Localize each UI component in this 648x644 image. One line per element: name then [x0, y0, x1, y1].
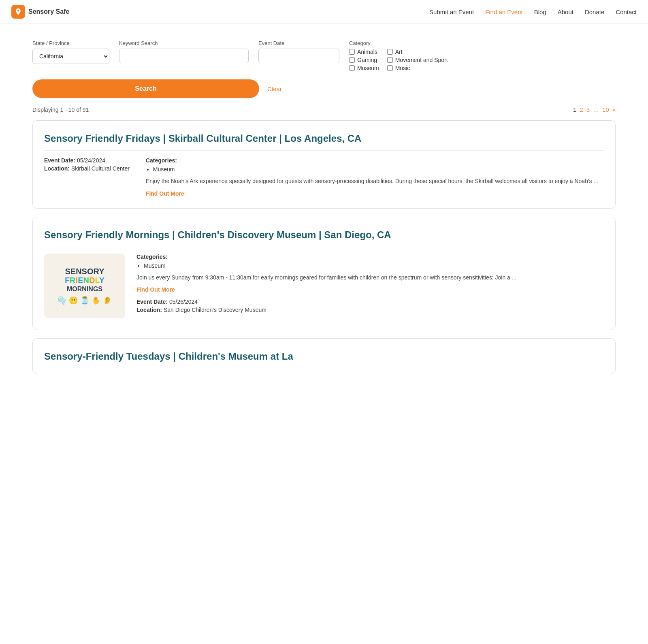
- category-gaming[interactable]: Gaming: [349, 57, 379, 63]
- date-label: Event Date: [258, 40, 339, 46]
- search-button[interactable]: Search: [32, 79, 259, 98]
- event-category-museum-2: Museum: [144, 262, 604, 269]
- category-art[interactable]: Art: [387, 49, 448, 55]
- event-description-2: Join us every Sunday from 9:30am - 11:30…: [136, 273, 604, 282]
- event-image-2: SENSORY FRIENDLY MORNINGS 🫧 😶 🫙 ✋ 👂: [44, 254, 125, 318]
- keyword-filter-group: Keyword Search: [119, 40, 249, 63]
- logo-icon: [11, 5, 25, 19]
- event-card-1: Sensory Friendly Fridays | Skirball Cult…: [32, 120, 616, 209]
- event-title-3: Sensory-Friendly Tuesdays | Children's M…: [44, 350, 604, 363]
- date-input[interactable]: [258, 49, 339, 63]
- event-meta-right-1: Categories: Museum Enjoy the Noah's Ark …: [146, 157, 604, 196]
- nav-links: Submit an Event Find an Event Blog About…: [429, 9, 637, 15]
- pagination: 1 2 3 … 10 »: [573, 106, 616, 113]
- event-title-1: Sensory Friendly Fridays | Skirball Cult…: [44, 132, 604, 151]
- image-title2-2: FRIENDLY: [58, 276, 112, 285]
- event-date-1: Event Date: 05/24/2024: [44, 157, 130, 164]
- find-out-more-1[interactable]: Find Out More: [146, 190, 184, 197]
- event-card-2: Sensory Friendly Mornings | Children's D…: [32, 217, 616, 330]
- checkbox-gaming[interactable]: [349, 57, 355, 63]
- search-row: Search Clear: [32, 79, 616, 98]
- description-more-link-2[interactable]: ...: [512, 274, 517, 281]
- category-music[interactable]: Music: [387, 65, 448, 71]
- logo-text: Sensory Safe: [28, 8, 69, 15]
- category-filter-group: Category Animals Art Gaming Movement and…: [349, 40, 448, 71]
- event-categories-label-1: Categories:: [146, 157, 604, 164]
- keyword-label: Keyword Search: [119, 40, 249, 46]
- nav-blog[interactable]: Blog: [534, 9, 546, 15]
- event-meta-left-1: Event Date: 05/24/2024 Location: Skirbal…: [44, 157, 130, 196]
- category-movement[interactable]: Movement and Sport: [387, 57, 448, 63]
- category-label: Category: [349, 40, 448, 46]
- page-10[interactable]: 10: [602, 106, 609, 113]
- checkbox-museum[interactable]: [349, 65, 355, 71]
- event-date-2: Event Date: 05/26/2024: [136, 299, 604, 305]
- image-icons-2: 🫧 😶 🫙 ✋ 👂: [58, 296, 112, 305]
- pagination-ellipsis: …: [593, 106, 599, 113]
- nav-about[interactable]: About: [558, 9, 573, 15]
- search-filters: State / Province California New York Tex…: [32, 40, 616, 71]
- results-count: Displaying 1 - 10 of 91: [32, 107, 89, 113]
- page-3[interactable]: 3: [586, 106, 590, 113]
- state-label: State / Province: [32, 40, 109, 46]
- event-body-1: Event Date: 05/24/2024 Location: Skirbal…: [44, 157, 604, 196]
- checkbox-movement[interactable]: [387, 57, 393, 63]
- state-filter-group: State / Province California New York Tex…: [32, 40, 109, 64]
- event-title-2: Sensory Friendly Mornings | Children's D…: [44, 228, 604, 247]
- event-meta-bottom-2: Event Date: 05/26/2024 Location: San Die…: [136, 299, 604, 313]
- event-description-1: Enjoy the Noah's Ark experience speciall…: [146, 177, 604, 186]
- results-header: Displaying 1 - 10 of 91 1 2 3 … 10 »: [32, 106, 616, 113]
- find-out-more-2[interactable]: Find Out More: [136, 286, 175, 293]
- state-select[interactable]: California New York Texas Florida Washin…: [32, 49, 109, 64]
- category-museum[interactable]: Museum: [349, 65, 379, 71]
- event-category-museum-1: Museum: [153, 166, 604, 173]
- category-animals[interactable]: Animals: [349, 49, 379, 55]
- event-body-2: SENSORY FRIENDLY MORNINGS 🫧 😶 🫙 ✋ 👂 Cat: [44, 254, 604, 318]
- nav-submit-event[interactable]: Submit an Event: [429, 9, 474, 15]
- category-options: Animals Art Gaming Movement and Sport Mu…: [349, 49, 448, 71]
- navbar: Sensory Safe Submit an Event Find an Eve…: [0, 0, 648, 24]
- nav-find-event[interactable]: Find an Event: [485, 9, 523, 15]
- event-category-list-1: Museum: [146, 166, 604, 173]
- image-title-2: SENSORY: [58, 267, 112, 276]
- event-meta-right-2: Categories: Museum Join us every Sunday …: [136, 254, 604, 313]
- date-filter-group: Event Date: [258, 40, 339, 63]
- pagination-next[interactable]: »: [612, 106, 616, 113]
- keyword-input[interactable]: [119, 49, 249, 63]
- event-location-2: Location: San Diego Children's Discovery…: [136, 307, 604, 313]
- logo-link[interactable]: Sensory Safe: [11, 5, 69, 19]
- checkbox-animals[interactable]: [349, 49, 355, 55]
- description-more-link-1[interactable]: ...: [594, 178, 599, 184]
- checkbox-music[interactable]: [387, 65, 393, 71]
- image-content-2: SENSORY FRIENDLY MORNINGS 🫧 😶 🫙 ✋ 👂: [53, 262, 117, 310]
- image-sub-2: MORNINGS: [58, 286, 112, 293]
- search-section: State / Province California New York Tex…: [0, 24, 648, 106]
- page-2[interactable]: 2: [580, 106, 583, 113]
- event-card-3: Sensory-Friendly Tuesdays | Children's M…: [32, 338, 616, 374]
- checkbox-art[interactable]: [387, 49, 393, 55]
- event-categories-label-2: Categories:: [136, 254, 604, 260]
- clear-button[interactable]: Clear: [267, 85, 282, 92]
- nav-donate[interactable]: Donate: [585, 9, 604, 15]
- results-section: Displaying 1 - 10 of 91 1 2 3 … 10 » Sen…: [0, 106, 648, 399]
- event-category-list-2: Museum: [136, 262, 604, 269]
- event-location-1: Location: Skirball Cultural Center: [44, 165, 130, 172]
- page-1: 1: [573, 106, 576, 113]
- logo-svg: [14, 8, 22, 16]
- nav-contact[interactable]: Contact: [616, 9, 637, 15]
